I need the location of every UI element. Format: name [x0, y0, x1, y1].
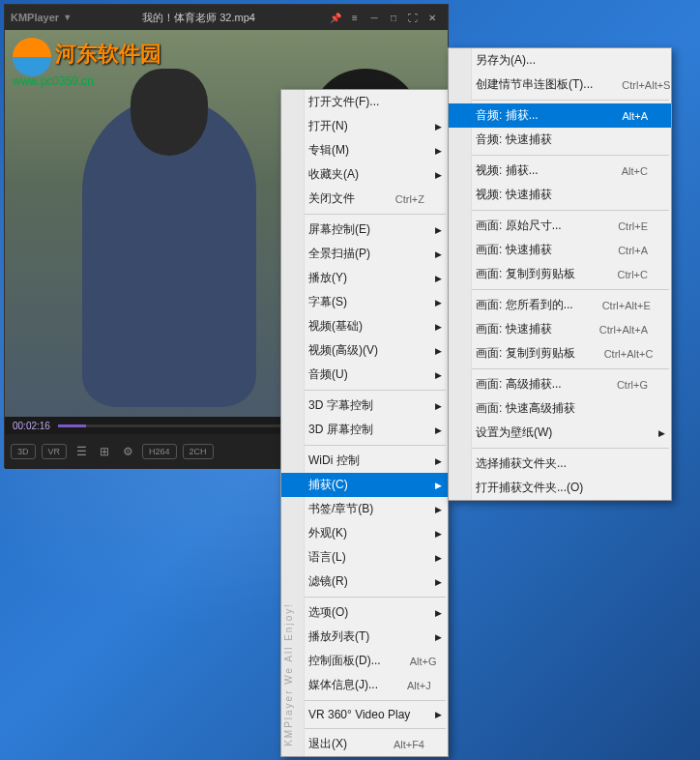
menu-item-shortcut: Alt+A: [622, 110, 648, 122]
menu-item[interactable]: 语言(L)▶: [281, 545, 448, 570]
menu-item-label: 播放(Y): [308, 270, 424, 286]
menu-item-shortcut: Ctrl+C: [618, 269, 648, 280]
menu-item-label: VR 360° Video Play: [308, 708, 424, 721]
badge-codec[interactable]: H264: [142, 444, 177, 459]
menu-item[interactable]: 音频: 快速捕获: [449, 128, 671, 152]
menu-separator: [283, 728, 446, 729]
context-menu-capture: 另存为(A)...创建情节串连图板(T)...Ctrl+Alt+S音频: 捕获.…: [448, 47, 672, 501]
menu-item[interactable]: 打开捕获文件夹...(O): [449, 476, 671, 500]
menu-item[interactable]: 全景扫描(P)▶: [281, 242, 448, 266]
menu-item[interactable]: 打开文件(F)...: [281, 90, 448, 114]
menu-item[interactable]: 画面: 复制到剪贴板Ctrl+C: [449, 262, 671, 286]
window-title: 我的！体育老师 32.mp4: [72, 11, 326, 25]
menu-item[interactable]: 书签/章节(B)▶: [281, 497, 448, 521]
menu-item-shortcut: Alt+C: [622, 165, 648, 177]
menu-item[interactable]: 另存为(A)...: [449, 48, 671, 73]
menu-item[interactable]: 音频: 捕获...Alt+A: [449, 103, 671, 128]
menu-item-label: 屏幕控制(E): [308, 221, 424, 238]
menu-item[interactable]: 字幕(S)▶: [281, 290, 448, 314]
menu-separator: [283, 445, 446, 446]
menu-item[interactable]: 收藏夹(A)▶: [281, 162, 448, 187]
submenu-arrow-icon: ▶: [658, 428, 665, 438]
menu-item-label: 视频: 快速捕获: [476, 187, 648, 203]
pin-icon[interactable]: 📌: [326, 10, 345, 25]
fullscreen-icon[interactable]: ⛶: [403, 10, 423, 25]
badge-audio[interactable]: 2CH: [183, 444, 214, 459]
menu-item[interactable]: 画面: 高级捕获...Ctrl+G: [449, 372, 671, 396]
menu-item[interactable]: 捕获(C)▶: [281, 473, 448, 497]
menu-item[interactable]: 画面: 快速捕获Ctrl+A: [449, 238, 671, 262]
app-logo[interactable]: KMPlayer: [11, 12, 59, 23]
menu-item-shortcut: Ctrl+E: [618, 220, 648, 232]
menu-item-label: 音频: 快速捕获: [476, 132, 648, 148]
menu-item[interactable]: 视频(高级)(V)▶: [281, 338, 448, 363]
playback-time: 00:02:16: [13, 421, 50, 431]
menu-item[interactable]: 视频(基础)▶: [281, 314, 448, 338]
submenu-arrow-icon: ▶: [435, 122, 442, 132]
maximize-icon[interactable]: □: [384, 10, 403, 25]
menu-item[interactable]: 画面: 原始尺寸...Ctrl+E: [449, 214, 671, 238]
menu-item-shortcut: Ctrl+Z: [395, 193, 424, 205]
submenu-arrow-icon: ▶: [435, 425, 442, 435]
menu-separator: [451, 155, 669, 156]
menu-item[interactable]: 屏幕控制(E)▶: [281, 218, 448, 242]
menu-item[interactable]: WiDi 控制▶: [281, 449, 448, 473]
menu-item[interactable]: 3D 屏幕控制▶: [281, 418, 448, 442]
menu-item[interactable]: VR 360° Video Play▶: [281, 704, 448, 725]
badge-3d[interactable]: 3D: [11, 444, 36, 459]
menu-item-label: 画面: 快速捕获: [476, 321, 570, 337]
menu-item[interactable]: 播放(Y)▶: [281, 266, 448, 290]
dropdown-arrow-icon[interactable]: ▼: [63, 13, 72, 22]
badge-vr[interactable]: VR: [42, 444, 68, 459]
menu-item[interactable]: 3D 字幕控制▶: [281, 394, 448, 418]
menu-item[interactable]: 专辑(M)▶: [281, 138, 448, 162]
menu-item[interactable]: 外观(K)▶: [281, 521, 448, 545]
menu-item[interactable]: 滤镜(R)▶: [281, 570, 448, 594]
menu-item-label: 选择捕获文件夹...: [476, 455, 648, 472]
menu-icon[interactable]: ≡: [345, 10, 365, 25]
menu-item-label: WiDi 控制: [308, 453, 424, 469]
menu-item-label: 画面: 复制到剪贴板: [476, 345, 575, 362]
submenu-arrow-icon: ▶: [435, 225, 442, 235]
menu-item[interactable]: 画面: 快速捕获Ctrl+Alt+A: [449, 317, 671, 341]
menu-item-label: 画面: 复制到剪贴板: [476, 266, 589, 282]
menu-item[interactable]: 音频(U)▶: [281, 363, 448, 387]
menu-item[interactable]: 控制面板(D)...Alt+G: [281, 649, 448, 673]
submenu-arrow-icon: ▶: [435, 608, 442, 618]
list-icon[interactable]: ☰: [73, 443, 90, 460]
menu-item[interactable]: 设置为壁纸(W)▶: [449, 421, 671, 445]
settings-icon[interactable]: ⊞: [96, 443, 113, 460]
menu-item-label: 播放列表(T): [308, 628, 424, 645]
menu-item[interactable]: 退出(X)Alt+F4: [281, 732, 448, 756]
menu-item[interactable]: 视频: 捕获...Alt+C: [449, 159, 671, 183]
menu-item[interactable]: 视频: 快速捕获: [449, 183, 671, 207]
menu-item[interactable]: 画面: 复制到剪贴板Ctrl+Alt+C: [449, 341, 671, 365]
minimize-icon[interactable]: ─: [365, 10, 384, 25]
menu-item[interactable]: 画面: 快速高级捕获: [449, 396, 671, 421]
menu-item[interactable]: 打开(N)▶: [281, 114, 448, 138]
menu-item-label: 音频(U): [308, 366, 424, 383]
menu-item-label: 选项(O): [308, 604, 424, 621]
menu-item-label: 视频(高级)(V): [308, 342, 424, 359]
menu-item-shortcut: Alt+G: [410, 656, 437, 667]
close-icon[interactable]: ✕: [423, 10, 442, 25]
menu-item[interactable]: 创建情节串连图板(T)...Ctrl+Alt+S: [449, 73, 671, 97]
menu-item[interactable]: 播放列表(T)▶: [281, 625, 448, 649]
menu-item[interactable]: 媒体信息(J)...Alt+J: [281, 673, 448, 697]
menu-item-shortcut: Ctrl+A: [618, 245, 648, 256]
menu-separator: [451, 289, 669, 290]
menu-item[interactable]: 关闭文件Ctrl+Z: [281, 187, 448, 211]
menu-item[interactable]: 选择捕获文件夹...: [449, 452, 671, 476]
menu-item-label: 滤镜(R): [308, 573, 424, 590]
menu-item-label: 控制面板(D)...: [308, 653, 381, 669]
context-menu-main: KMPlayer We All Enjoy! 打开文件(F)...打开(N)▶专…: [280, 89, 449, 757]
menu-separator: [283, 597, 446, 598]
menu-item-shortcut: Ctrl+G: [617, 379, 648, 391]
menu-item[interactable]: 选项(O)▶: [281, 600, 448, 625]
gear-icon[interactable]: ⚙: [119, 443, 136, 460]
menu-item-label: 关闭文件: [308, 190, 366, 207]
menu-item[interactable]: 画面: 您所看到的...Ctrl+Alt+E: [449, 293, 671, 317]
submenu-arrow-icon: ▶: [435, 146, 442, 156]
menu-separator: [451, 368, 669, 369]
submenu-arrow-icon: ▶: [435, 632, 442, 642]
